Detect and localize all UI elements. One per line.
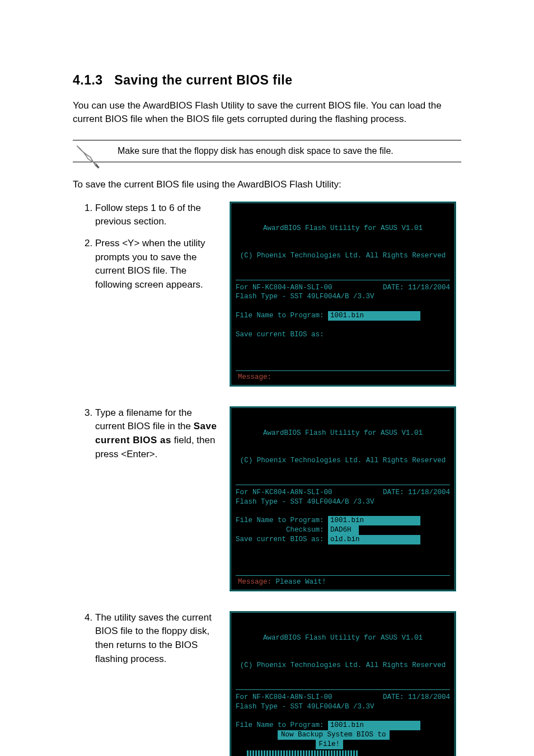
bios-flash-type: Flash Type - SST 49LF004A/B /3.3V xyxy=(236,702,450,712)
bios-saveas-label: Save current BIOS as: xyxy=(236,331,324,339)
bios-title: AwardBIOS Flash Utility for ASUS V1.01 xyxy=(236,633,450,642)
bios-filename-value: 1001.bin xyxy=(328,516,420,525)
section-number: 4.1.3 xyxy=(73,73,103,87)
bios-checksum-label: Checksum: xyxy=(286,526,324,534)
bios-screenshot-2: AwardBIOS Flash Utility for ASUS V1.01 (… xyxy=(229,406,456,591)
bios-saveas-field[interactable]: old.bin xyxy=(328,535,420,544)
bios-message-text: Please Wait! xyxy=(276,578,326,586)
bios-copyright: (C) Phoenix Technologies Ltd. All Rights… xyxy=(236,661,450,670)
bios-filename-label: File Name to Program: xyxy=(236,312,324,320)
bios-flash-type: Flash Type - SST 49LF004A/B /3.3V xyxy=(236,497,450,507)
bios-for-line: For NF-KC804-A8N-SLI-00 xyxy=(236,284,332,292)
bios-copyright: (C) Phoenix Technologies Ltd. All Rights… xyxy=(236,456,450,465)
bios-screenshot-1: AwardBIOS Flash Utility for ASUS V1.01 (… xyxy=(229,201,456,387)
bios-date-value: 11/18/2004 xyxy=(408,284,450,292)
bios-flash-type: Flash Type - SST 49LF004A/B /3.3V xyxy=(236,292,450,302)
step-1: Follow steps 1 to 6 of the previous sect… xyxy=(95,201,224,229)
bios-date-value: 11/18/2004 xyxy=(408,489,450,496)
lead-sentence: To save the current BIOS file using the … xyxy=(73,179,461,190)
bios-filename-value: 1001.bin xyxy=(328,311,420,321)
bios-for-line: For NF-KC804-A8N-SLI-00 xyxy=(236,489,332,496)
bios-backup-line1: Now Backup System BIOS to xyxy=(278,730,390,740)
intro-paragraph: You can use the AwardBIOS Flash Utility … xyxy=(73,99,461,126)
step-3: Type a filename for the current BIOS fil… xyxy=(95,406,224,462)
bios-backup-line2: File! xyxy=(316,740,344,749)
pencil-note-icon xyxy=(73,142,104,172)
bios-copyright: (C) Phoenix Technologies Ltd. All Rights… xyxy=(236,251,450,260)
bios-saveas-label: Save current BIOS as: xyxy=(236,536,324,543)
step-2: Press <Y> when the utility prompts you t… xyxy=(95,237,224,292)
section-title-text: Saving the current BIOS file xyxy=(114,73,292,87)
bios-progress-bar xyxy=(247,750,359,756)
bios-message-label: Message: xyxy=(238,578,271,586)
bios-date-label: DATE: xyxy=(383,284,408,292)
bios-checksum-value: DAD6H xyxy=(328,525,359,535)
bios-for-line: For NF-KC804-A8N-SLI-00 xyxy=(236,693,332,701)
bios-date-label: DATE: xyxy=(383,489,408,496)
bios-date-value: 11/18/2004 xyxy=(408,693,450,701)
bios-title: AwardBIOS Flash Utility for ASUS V1.01 xyxy=(236,429,450,438)
bios-filename-label: File Name to Program: xyxy=(236,721,324,729)
bios-date-label: DATE: xyxy=(383,693,408,701)
bios-title: AwardBIOS Flash Utility for ASUS V1.01 xyxy=(236,224,450,233)
bios-filename-label: File Name to Program: xyxy=(236,516,324,524)
note-text: Make sure that the floppy disk has enoug… xyxy=(118,146,394,156)
bios-screenshot-3: AwardBIOS Flash Utility for ASUS V1.01 (… xyxy=(229,611,456,756)
bios-filename-value: 1001.bin xyxy=(328,721,420,730)
step-4: The utility saves the current BIOS file … xyxy=(95,611,224,666)
note-callout: Make sure that the floppy disk has enoug… xyxy=(73,140,461,162)
bios-message-label: Message: xyxy=(238,373,271,381)
section-heading: 4.1.3 Saving the current BIOS file xyxy=(73,73,461,88)
